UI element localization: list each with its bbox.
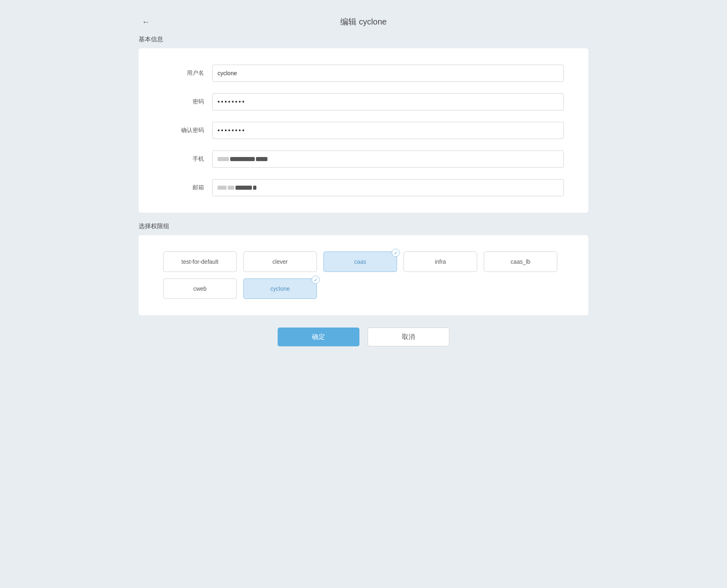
permission-item-test-for-default[interactable]: test-for-default [163,251,237,272]
email-field-container[interactable] [212,179,564,196]
permission-item-infra[interactable]: infra [404,251,477,272]
email-row: 邮箱 [163,179,564,196]
email-blurred [218,186,256,190]
cancel-button[interactable]: 取消 [368,328,449,346]
page-title: 编辑 cyclone [340,16,386,27]
password-field[interactable] [212,93,564,110]
phone-label: 手机 [163,155,204,163]
permission-grid: test-for-defaultclevercaas✓infracaas_lbc… [163,251,564,299]
footer-actions: 确定 取消 [139,328,588,346]
password-label: 密码 [163,98,204,105]
permission-item-clever[interactable]: clever [243,251,317,272]
permission-group-card: test-for-defaultclevercaas✓infracaas_lbc… [139,235,588,315]
permission-item-caas_lb[interactable]: caas_lb [484,251,557,272]
phone-blurred [218,157,267,161]
basic-info-label: 基本信息 [139,36,588,43]
back-button[interactable]: ← [139,16,153,28]
permission-item-cyclone[interactable]: cyclone✓ [243,278,317,299]
permission-group-label: 选择权限组 [139,222,588,230]
check-icon: ✓ [392,249,400,257]
page-container: ← 编辑 cyclone 基本信息 用户名 密码 确认密码 手机 [139,16,588,346]
confirm-password-label: 确认密码 [163,127,204,134]
check-icon: ✓ [312,276,320,284]
password-row: 密码 [163,93,564,110]
phone-field-container[interactable] [212,150,564,168]
username-label: 用户名 [163,70,204,77]
username-field[interactable] [212,65,564,82]
phone-row: 手机 [163,150,564,168]
permission-item-cweb[interactable]: cweb [163,278,237,299]
username-row: 用户名 [163,65,564,82]
confirm-password-field[interactable] [212,122,564,139]
email-label: 邮箱 [163,184,204,191]
confirm-password-row: 确认密码 [163,122,564,139]
permission-item-caas[interactable]: caas✓ [323,251,397,272]
confirm-button[interactable]: 确定 [278,328,359,346]
basic-info-card: 用户名 密码 确认密码 手机 邮箱 [139,48,588,213]
page-header: ← 编辑 cyclone [139,16,588,27]
